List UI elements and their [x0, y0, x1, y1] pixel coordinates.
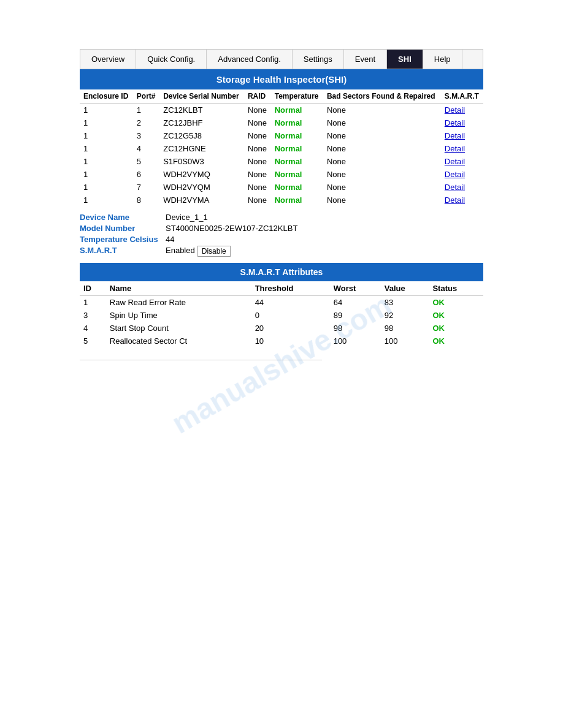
- nav-overview[interactable]: Overview: [80, 50, 136, 69]
- detail-link[interactable]: Detail: [445, 105, 465, 115]
- temperature-cell: Normal: [271, 168, 323, 181]
- detail-link[interactable]: Detail: [445, 144, 465, 153]
- smart-name-cell: Raw Read Error Rate: [106, 296, 251, 309]
- serial-cell: WDH2VYQM: [159, 181, 244, 194]
- smart-threshold-cell: 44: [251, 296, 330, 309]
- raid-cell: None: [244, 155, 271, 168]
- smart-col-id: ID: [80, 281, 106, 296]
- smart-threshold-cell: 10: [251, 335, 330, 347]
- enclosure-id-cell: 1: [80, 104, 133, 117]
- smart-value-cell: 92: [381, 309, 429, 322]
- table-row: 1 8 WDH2VYMA None Normal None Detail: [80, 194, 483, 207]
- smart-col-name: Name: [106, 281, 251, 296]
- smart-id-cell: 5: [80, 335, 106, 347]
- nav-advanced-config[interactable]: Advanced Config.: [207, 50, 293, 69]
- detail-link[interactable]: Detail: [445, 195, 465, 205]
- detail-link[interactable]: Detail: [445, 131, 465, 140]
- temperature-label: Temperature Celsius: [80, 235, 166, 244]
- smart-label: S.M.A.R.T: [80, 246, 166, 257]
- smart-worst-cell: 100: [330, 335, 381, 347]
- drive-table: Enclosure ID Port# Device Serial Number …: [80, 89, 483, 207]
- nav-settings[interactable]: Settings: [293, 50, 344, 69]
- detail-cell[interactable]: Detail: [441, 181, 483, 194]
- device-info-section: Device Name Device_1_1 Model Number ST40…: [80, 213, 483, 257]
- table-row: 1 6 WDH2VYMQ None Normal None Detail: [80, 168, 483, 181]
- raid-cell: None: [244, 104, 271, 117]
- col-raid: RAID: [244, 89, 271, 104]
- raid-cell: None: [244, 194, 271, 207]
- serial-cell: WDH2VYMA: [159, 194, 244, 207]
- nav-shi[interactable]: SHI: [387, 50, 423, 69]
- port-cell: 6: [133, 168, 159, 181]
- port-cell: 1: [133, 104, 159, 117]
- raid-cell: None: [244, 142, 271, 155]
- table-row: 1 2 ZC12JBHF None Normal None Detail: [80, 116, 483, 129]
- smart-name-cell: Start Stop Count: [106, 322, 251, 335]
- smart-id-cell: 3: [80, 309, 106, 322]
- smart-id-cell: 1: [80, 296, 106, 309]
- detail-cell[interactable]: Detail: [441, 168, 483, 181]
- col-smart: S.M.A.R.T: [441, 89, 483, 104]
- table-row: 1 4 ZC12HGNE None Normal None Detail: [80, 142, 483, 155]
- smart-table-row: 1 Raw Read Error Rate 44 64 83 OK: [80, 296, 483, 309]
- smart-value-cell: 98: [381, 322, 429, 335]
- port-cell: 3: [133, 129, 159, 142]
- table-row: 1 3 ZC12G5J8 None Normal None Detail: [80, 129, 483, 142]
- detail-link[interactable]: Detail: [445, 183, 465, 192]
- bad-sectors-cell: None: [323, 142, 441, 155]
- port-cell: 8: [133, 194, 159, 207]
- port-cell: 7: [133, 181, 159, 194]
- detail-cell[interactable]: Detail: [441, 104, 483, 117]
- enclosure-id-cell: 1: [80, 116, 133, 129]
- col-serial: Device Serial Number: [159, 89, 244, 104]
- model-number-row: Model Number ST4000NE0025-2EW107-ZC12KLB…: [80, 224, 483, 233]
- smart-status-value: Enabled: [166, 246, 195, 257]
- smart-id-cell: 4: [80, 322, 106, 335]
- enclosure-id-cell: 1: [80, 181, 133, 194]
- detail-link[interactable]: Detail: [445, 170, 465, 179]
- nav-quick-config[interactable]: Quick Config.: [136, 50, 207, 69]
- col-port: Port#: [133, 89, 159, 104]
- smart-col-status: Status: [429, 281, 483, 296]
- disable-button[interactable]: Disable: [197, 246, 231, 257]
- enclosure-id-cell: 1: [80, 129, 133, 142]
- raid-cell: None: [244, 168, 271, 181]
- serial-cell: ZC12HGNE: [159, 142, 244, 155]
- bad-sectors-cell: None: [323, 155, 441, 168]
- detail-cell[interactable]: Detail: [441, 142, 483, 155]
- bad-sectors-cell: None: [323, 168, 441, 181]
- temperature-value: 44: [166, 235, 174, 244]
- smart-worst-cell: 89: [330, 309, 381, 322]
- raid-cell: None: [244, 181, 271, 194]
- temperature-cell: Normal: [271, 181, 323, 194]
- col-enclosure-id: Enclosure ID: [80, 89, 133, 104]
- device-name-row: Device Name Device_1_1: [80, 213, 483, 222]
- device-name-value: Device_1_1: [166, 213, 208, 222]
- section-divider: [80, 360, 322, 360]
- serial-cell: ZC12JBHF: [159, 116, 244, 129]
- detail-cell[interactable]: Detail: [441, 155, 483, 168]
- bad-sectors-cell: None: [323, 104, 441, 117]
- detail-cell[interactable]: Detail: [441, 116, 483, 129]
- model-number-label: Model Number: [80, 224, 166, 233]
- temperature-cell: Normal: [271, 142, 323, 155]
- page-title: Storage Health Inspector(SHI): [80, 69, 483, 89]
- nav-help[interactable]: Help: [423, 50, 462, 69]
- nav-event[interactable]: Event: [344, 50, 387, 69]
- detail-link[interactable]: Detail: [445, 118, 465, 127]
- temperature-cell: Normal: [271, 104, 323, 117]
- detail-link[interactable]: Detail: [445, 157, 465, 166]
- col-temperature: Temperature: [271, 89, 323, 104]
- enclosure-id-cell: 1: [80, 155, 133, 168]
- serial-cell: ZC12G5J8: [159, 129, 244, 142]
- table-row: 1 1 ZC12KLBT None Normal None Detail: [80, 104, 483, 117]
- detail-cell[interactable]: Detail: [441, 129, 483, 142]
- smart-row: S.M.A.R.T Enabled Disable: [80, 246, 483, 257]
- port-cell: 4: [133, 142, 159, 155]
- enclosure-id-cell: 1: [80, 194, 133, 207]
- smart-threshold-cell: 20: [251, 322, 330, 335]
- temperature-cell: Normal: [271, 116, 323, 129]
- detail-cell[interactable]: Detail: [441, 194, 483, 207]
- smart-status-cell: OK: [429, 322, 483, 335]
- serial-cell: WDH2VYMQ: [159, 168, 244, 181]
